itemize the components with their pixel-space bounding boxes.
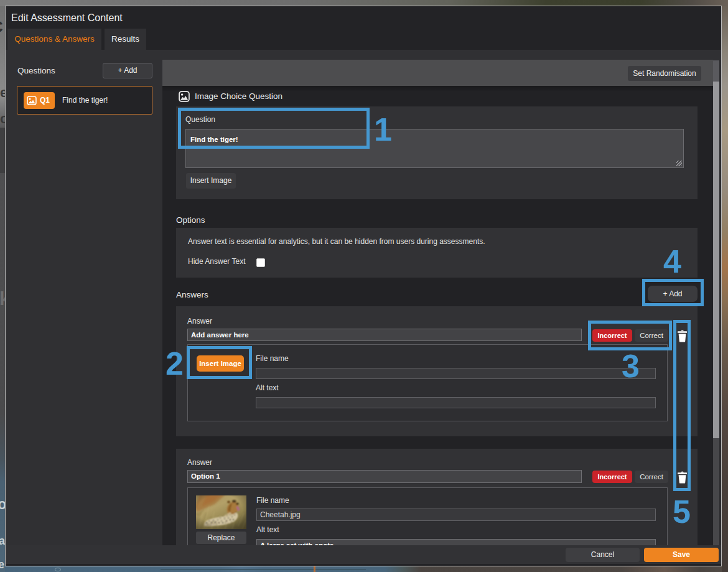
question-list-item[interactable]: Q1 Find the tiger! <box>17 86 152 115</box>
answer-image-groupbox: Replace File name Cheetah.jpg Alt text A… <box>187 487 668 545</box>
background-page-bottom <box>5 566 722 572</box>
question-type-header: Image Choice Question <box>195 86 282 106</box>
toolbar: Set Randomisation <box>162 60 713 86</box>
answer-value: Add answer here <box>191 331 249 339</box>
resize-handle[interactable] <box>676 161 682 166</box>
screen: C e o ▌ k o a e Edit Assessment Content … <box>0 0 728 572</box>
scrollbar-track-top[interactable] <box>713 60 719 82</box>
questions-sidebar: Questions + Add Q1 Find the tiger! <box>6 50 162 545</box>
hide-answer-text-checkbox[interactable] <box>256 258 265 267</box>
alt-text-label: Alt text <box>256 383 279 392</box>
insert-image-button-question[interactable]: Insert Image <box>186 173 236 189</box>
image-icon <box>179 91 190 102</box>
content-scroll-area: Image Choice Question Question Find the … <box>162 86 713 545</box>
background-page-left: C e o ▌ k o a e <box>0 6 5 572</box>
scrollbar-track-bottom[interactable] <box>713 438 719 545</box>
file-name-input[interactable]: Cheetah.jpg <box>256 509 656 521</box>
file-name-value: Cheetah.jpg <box>260 510 301 519</box>
answer-input[interactable]: Option 1 <box>187 470 582 483</box>
answer-value: Option 1 <box>191 472 220 480</box>
add-question-button[interactable]: + Add <box>103 63 152 78</box>
answer-card-2: Answer Option 1 Incorrect Correct <box>176 449 698 545</box>
cancel-button[interactable]: Cancel <box>566 548 640 562</box>
question-item-label: Find the tiger! <box>62 87 149 114</box>
annotation-box-5 <box>673 320 691 491</box>
modal-footer: Cancel Save <box>6 545 721 564</box>
replace-image-button[interactable]: Replace <box>196 532 246 544</box>
file-name-label: File name <box>256 354 289 363</box>
answer-input[interactable]: Add answer here <box>187 329 582 341</box>
file-name-input[interactable] <box>256 368 656 379</box>
annotation-box-1 <box>178 108 370 149</box>
annotation-digit-2: 2 <box>166 347 184 380</box>
set-randomisation-button[interactable]: Set Randomisation <box>628 66 701 81</box>
background-page-right <box>722 6 728 572</box>
annotation-box-3 <box>588 321 672 350</box>
options-card: Answer text is essential for analytics, … <box>176 228 698 278</box>
modal-title: Edit Assessment Content <box>11 6 696 29</box>
answer-label: Answer <box>187 317 212 326</box>
annotation-digit-5: 5 <box>673 495 691 528</box>
options-note: Answer text is essential for analytics, … <box>188 236 673 247</box>
save-button[interactable]: Save <box>644 548 719 562</box>
options-header: Options <box>176 214 205 227</box>
correct-button[interactable]: Correct <box>635 471 668 483</box>
tab-questions-answers[interactable]: Questions & Answers <box>7 29 101 50</box>
question-badge-label: Q1 <box>40 92 54 109</box>
alt-text-input[interactable] <box>256 397 656 408</box>
incorrect-button[interactable]: Incorrect <box>592 471 632 483</box>
sidebar-header: Questions <box>17 63 92 78</box>
annotation-digit-1: 1 <box>374 113 392 146</box>
tab-results-label: Results <box>111 34 139 44</box>
alt-text-input[interactable]: A large cat with spots <box>256 539 656 545</box>
main-right-margin <box>719 60 721 545</box>
alt-text-label: Alt text <box>256 525 279 534</box>
annotation-box-2 <box>187 346 252 379</box>
tab-results[interactable]: Results <box>105 29 146 50</box>
answer-image-groupbox: Insert Image File name Alt text <box>187 344 668 421</box>
file-name-label: File name <box>256 496 289 505</box>
image-icon <box>27 96 37 105</box>
edit-assessment-modal: Edit Assessment Content Questions & Answ… <box>5 6 722 566</box>
question-badge: Q1 <box>24 92 55 109</box>
answer-label: Answer <box>187 458 212 467</box>
cheetah-photo <box>196 495 246 529</box>
scrollbar-thumb[interactable] <box>713 82 719 438</box>
annotation-digit-4: 4 <box>663 245 681 278</box>
hide-answer-text-label: Hide Answer Text <box>188 256 246 267</box>
annotation-digit-3: 3 <box>622 350 640 382</box>
answers-header: Answers <box>176 289 208 301</box>
annotation-box-4 <box>642 279 704 306</box>
tab-questions-answers-label: Questions & Answers <box>14 34 94 44</box>
